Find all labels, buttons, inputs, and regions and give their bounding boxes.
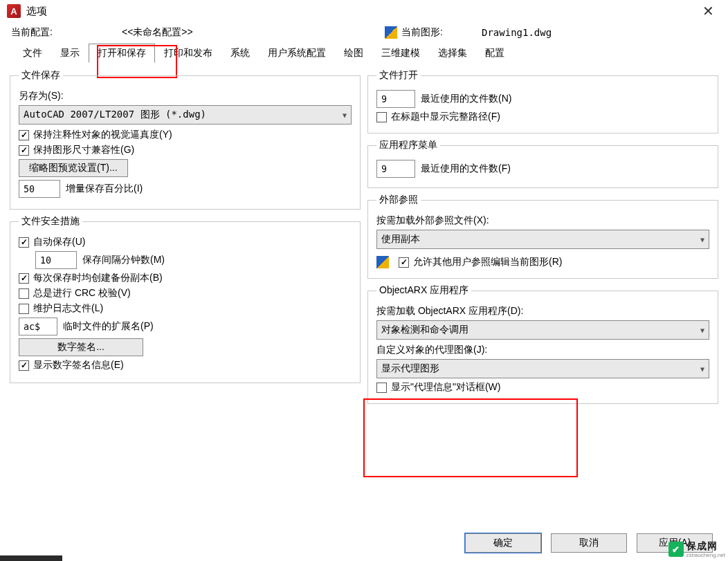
watermark-brand: 保成网 [686,540,718,551]
current-drawing-label-text: 当前图形: [401,26,443,39]
group-file-safety: 文件安全措施 自动保存(U) 保存间隔分钟数(M) 每次保存时均创建备份副本(B… [10,215,361,383]
checkbox-allow-others-edit[interactable]: 允许其他用户参照编辑当前图形(R) [399,256,562,268]
incremental-save-label: 增量保存百分比(I) [66,183,143,195]
checkbox-annot-fidelity[interactable]: 保持注释性对象的视觉逼真度(Y) [19,129,352,141]
group-objectarx: ObjectARX 应用程序 按需加载 ObjectARX 应用程序(D): 对… [367,284,718,404]
recent-files-input[interactable] [376,90,415,108]
bottom-bar [0,555,62,561]
arx-load-select[interactable]: 对象检测和命令调用 ▼ [376,320,709,340]
group-xref: 外部参照 按需加载外部参照文件(X): 使用副本 ▼ 允许其他用户参照编辑当前图… [367,194,718,279]
auto-save-minutes-input[interactable] [35,251,77,269]
drawing-icon [385,26,397,39]
legend-file-safety: 文件安全措施 [19,215,82,228]
tab-open-save[interactable]: 打开和保存 [89,44,155,63]
checkbox-box [399,257,409,268]
checkbox-label: 在标题中显示完整路径(F) [391,111,500,123]
shield-icon: ✔ [668,542,684,557]
checkbox-box [19,360,29,371]
left-column: 文件保存 另存为(S): AutoCAD 2007/LT2007 图形 (*.d… [10,69,361,404]
appmenu-recent-input[interactable] [376,160,415,178]
tab-user-prefs[interactable]: 用户系统配置 [259,44,335,63]
right-column: 文件打开 最近使用的文件数(N) 在标题中显示完整路径(F) 应用程序菜单 最近… [367,69,718,404]
checkbox-box [19,145,29,156]
checkbox-auto-save[interactable]: 自动保存(U) [19,236,352,248]
temp-ext-input[interactable] [19,318,57,335]
checkbox-label: 每次保存时均创建备份副本(B) [33,272,163,284]
legend-app-menu: 应用程序菜单 [376,139,440,151]
auto-save-minutes-label: 保存间隔分钟数(M) [82,254,165,266]
tab-files[interactable]: 文件 [14,44,51,63]
checkbox-box [376,112,387,122]
current-profile-value: <<未命名配置>> [122,26,385,39]
proxy-image-select[interactable]: 显示代理图形 ▼ [376,359,709,378]
group-app-menu: 应用程序菜单 最近使用的文件数(F) [367,139,718,188]
recent-files-label: 最近使用的文件数(N) [421,93,511,105]
checkbox-box [19,304,29,314]
tab-print-publish[interactable]: 打印和发布 [155,44,221,63]
legend-file-open: 文件打开 [376,69,421,82]
checkbox-backup-each-save[interactable]: 每次保存时均创建备份副本(B) [19,272,352,284]
current-drawing-label: 当前图形: [385,26,482,39]
appmenu-recent-label: 最近使用的文件数(F) [421,163,511,175]
legend-objectarx: ObjectARX 应用程序 [376,284,471,297]
legend-xref: 外部参照 [376,194,421,206]
digital-signature-button[interactable]: 数字签名... [19,338,143,356]
arx-load-label: 按需加载 ObjectARX 应用程序(D): [376,305,523,318]
checkbox-show-digsig[interactable]: 显示数字签名信息(E) [19,359,352,371]
tab-strip: 文件 显示 打开和保存 打印和发布 系统 用户系统配置 绘图 三维建模 选择集 … [0,43,728,62]
checkbox-box [376,383,387,393]
titlebar: A 选项 ✕ [0,0,728,22]
current-profile-label: 当前配置: [11,26,122,39]
annotation-red-box-proxy [363,398,578,477]
content-area: 文件保存 另存为(S): AutoCAD 2007/LT2007 图形 (*.d… [0,62,728,404]
checkbox-size-compat[interactable]: 保持图形尺寸兼容性(G) [19,144,352,156]
current-drawing-value: Drawing1.dwg [482,27,552,38]
proxy-image-label: 自定义对象的代理图像(J): [376,344,487,356]
watermark-sub: zsbaocheng.net [686,553,726,558]
drawing-icon [376,256,389,268]
tab-display[interactable]: 显示 [51,44,89,63]
tab-profiles[interactable]: 配置 [476,44,513,63]
checkbox-label: 显示数字签名信息(E) [33,359,124,371]
checkbox-label: 显示"代理信息"对话框(W) [391,381,500,394]
tab-drafting[interactable]: 绘图 [335,44,372,63]
thumbnail-settings-button[interactable]: 缩略图预览设置(T)... [19,159,128,177]
tab-3d-modeling[interactable]: 三维建模 [372,44,429,63]
chevron-down-icon: ▼ [343,111,347,119]
group-file-open: 文件打开 最近使用的文件数(N) 在标题中显示完整路径(F) [367,69,718,134]
save-as-format-value: AutoCAD 2007/LT2007 图形 (*.dwg) [24,109,206,121]
ok-button[interactable]: 确定 [465,533,541,553]
cancel-button[interactable]: 取消 [551,533,627,553]
checkbox-crc-check[interactable]: 总是进行 CRC 校验(V) [19,287,352,300]
profile-row: 当前配置: <<未命名配置>> 当前图形: Drawing1.dwg [0,22,728,43]
tab-selection[interactable]: 选择集 [429,44,476,63]
temp-ext-label: 临时文件的扩展名(P) [63,320,154,333]
checkbox-proxy-dialog[interactable]: 显示"代理信息"对话框(W) [376,381,709,394]
save-as-format-select[interactable]: AutoCAD 2007/LT2007 图形 (*.dwg) ▼ [19,105,352,125]
checkbox-box [19,273,29,284]
checkbox-label: 允许其他用户参照编辑当前图形(R) [413,256,562,268]
watermark: ✔ 保成网 zsbaocheng.net [668,540,726,558]
tab-system[interactable]: 系统 [221,44,259,63]
chevron-down-icon: ▼ [700,236,704,243]
chevron-down-icon: ▼ [700,365,704,373]
legend-file-save: 文件保存 [19,69,63,82]
arx-load-value: 对象检测和命令调用 [381,324,468,336]
checkbox-label: 维护日志文件(L) [33,302,103,315]
close-icon[interactable]: ✕ [695,3,721,19]
checkbox-box [19,237,29,248]
checkbox-label: 总是进行 CRC 校验(V) [33,287,131,300]
save-as-label: 另存为(S): [19,90,64,102]
chevron-down-icon: ▼ [700,327,704,334]
xref-load-label: 按需加载外部参照文件(X): [376,214,489,227]
checkbox-label: 保持注释性对象的视觉逼真度(Y) [33,129,172,141]
checkbox-log-file[interactable]: 维护日志文件(L) [19,302,352,315]
app-logo: A [7,4,21,18]
incremental-save-input[interactable] [19,180,60,198]
proxy-image-value: 显示代理图形 [381,362,439,375]
checkbox-full-path-title[interactable]: 在标题中显示完整路径(F) [376,111,709,123]
group-file-save: 文件保存 另存为(S): AutoCAD 2007/LT2007 图形 (*.d… [10,69,361,210]
xref-load-select[interactable]: 使用副本 ▼ [376,230,709,249]
checkbox-label: 自动保存(U) [33,236,85,248]
xref-load-value: 使用副本 [381,233,420,246]
